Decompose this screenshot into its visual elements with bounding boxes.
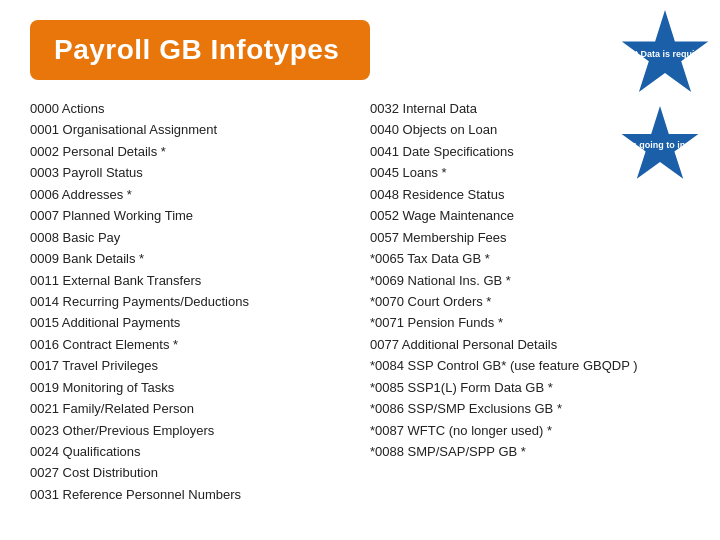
- list-item: 0077 Additional Personal Details: [370, 334, 690, 355]
- decorations-area: What Data is required? Who is going to i…: [620, 10, 710, 186]
- list-item: 0008 Basic Pay: [30, 227, 350, 248]
- list-item: 0024 Qualifications: [30, 441, 350, 462]
- list-item: 0019 Monitoring of Tasks: [30, 377, 350, 398]
- list-item: *0071 Pension Funds *: [370, 312, 690, 333]
- list-item: 0002 Personal Details *: [30, 141, 350, 162]
- list-item: 0027 Cost Distribution: [30, 462, 350, 483]
- list-item: *0088 SMP/SAP/SPP GB *: [370, 441, 690, 462]
- list-item: 0048 Residence Status: [370, 184, 690, 205]
- list-item: 0016 Contract Elements *: [30, 334, 350, 355]
- page: What Data is required? Who is going to i…: [0, 0, 720, 540]
- list-item: 0000 Actions: [30, 98, 350, 119]
- list-item: 0007 Planned Working Time: [30, 205, 350, 226]
- list-item: 0009 Bank Details *: [30, 248, 350, 269]
- list-item: 0011 External Bank Transfers: [30, 270, 350, 291]
- list-item: 0015 Additional Payments: [30, 312, 350, 333]
- star-who-inputs: Who is going to input it?: [620, 106, 700, 186]
- list-item: 0003 Payroll Status: [30, 162, 350, 183]
- star-top-shape: [620, 10, 710, 100]
- list-item: *0070 Court Orders *: [370, 291, 690, 312]
- list-item: *0087 WFTC (no longer used) *: [370, 420, 690, 441]
- list-item: *0069 National Ins. GB *: [370, 270, 690, 291]
- page-title: Payroll GB Infotypes: [54, 34, 346, 66]
- list-item: 0006 Addresses *: [30, 184, 350, 205]
- list-item: *0065 Tax Data GB *: [370, 248, 690, 269]
- list-item: 0017 Travel Privileges: [30, 355, 350, 376]
- list-item: *0084 SSP Control GB* (use feature GBQDP…: [370, 355, 690, 376]
- star-bottom-shape: [620, 106, 700, 186]
- star-what-data: What Data is required?: [620, 10, 710, 100]
- list-item: 0057 Membership Fees: [370, 227, 690, 248]
- list-item: 0001 Organisational Assignment: [30, 119, 350, 140]
- list-item: 0052 Wage Maintenance: [370, 205, 690, 226]
- header-banner: Payroll GB Infotypes: [30, 20, 370, 80]
- left-column: 0000 Actions0001 Organisational Assignme…: [30, 98, 350, 505]
- list-item: 0023 Other/Previous Employers: [30, 420, 350, 441]
- list-item: 0014 Recurring Payments/Deductions: [30, 291, 350, 312]
- list-item: *0086 SSP/SMP Exclusions GB *: [370, 398, 690, 419]
- list-item: 0031 Reference Personnel Numbers: [30, 484, 350, 505]
- list-item: *0085 SSP1(L) Form Data GB *: [370, 377, 690, 398]
- content-area: 0000 Actions0001 Organisational Assignme…: [30, 98, 690, 505]
- list-item: 0021 Family/Related Person: [30, 398, 350, 419]
